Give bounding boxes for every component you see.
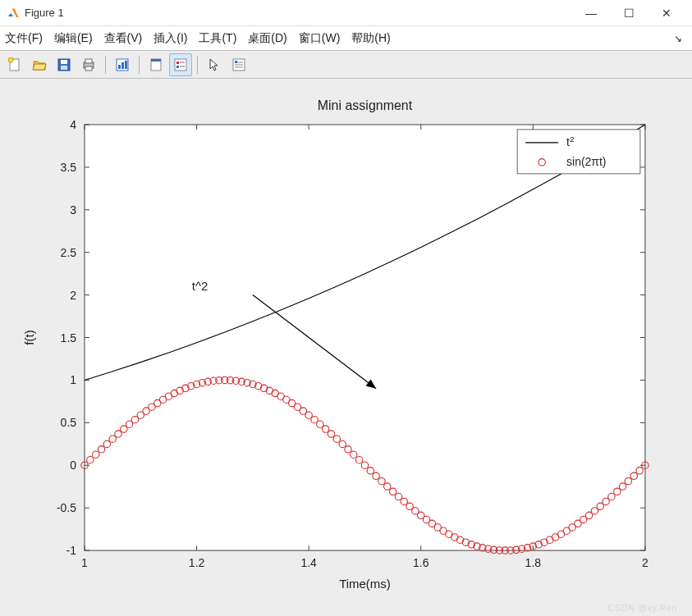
svg-rect-12 [125,61,127,69]
legend-entry-1: sin(2πt) [566,155,606,168]
menu-view[interactable]: 查看(V) [104,31,143,46]
svg-rect-16 [176,62,179,64]
properties-button[interactable] [227,53,250,76]
toolbar [0,51,692,79]
window-controls: — ☐ ✕ [572,0,685,26]
plot-svg: 11.21.41.61.82-1-0.500.511.522.533.54Min… [13,92,679,600]
annotation-text: t^2 [192,279,209,293]
x-tick-label: 1 [81,556,88,569]
menu-window[interactable]: 窗口(W) [299,31,341,46]
menu-overflow-icon[interactable]: ↘ [674,33,682,44]
minimize-button[interactable]: — [572,0,610,26]
menu-edit[interactable]: 编辑(E) [54,31,93,46]
svg-rect-4 [61,60,67,64]
matlab-icon [7,7,20,20]
x-tick-label: 1.8 [525,556,542,569]
y-tick-label: 0.5 [61,416,77,429]
insert-legend-button[interactable] [169,53,192,76]
y-tick-label: 4 [70,118,76,131]
axes[interactable]: 11.21.41.61.82-1-0.500.511.522.533.54Min… [13,92,679,600]
x-tick-label: 1.2 [189,556,205,569]
y-tick-label: 1.5 [61,331,77,345]
svg-rect-5 [61,66,67,70]
svg-rect-15 [175,59,186,71]
toolbar-separator [105,56,106,74]
toolbar-separator [139,56,140,74]
y-tick-label: 1 [70,373,76,386]
svg-rect-11 [121,62,124,69]
titlebar: Figure 1 — ☐ ✕ [0,0,692,26]
menu-tools[interactable]: 工具(T) [199,31,236,46]
x-tick-label: 2 [642,556,648,569]
save-button[interactable] [53,53,76,76]
menu-desktop[interactable]: 桌面(D) [248,31,286,46]
y-tick-label: 2.5 [61,246,77,259]
print-button[interactable] [77,53,100,76]
y-tick-label: 3.5 [61,161,77,174]
close-button[interactable]: ✕ [648,0,685,26]
y-tick-label: -1 [66,544,77,557]
svg-rect-7 [85,59,92,63]
chart-title: Mini assignment [318,98,413,112]
svg-rect-10 [118,65,121,69]
open-button[interactable] [28,53,51,76]
svg-rect-17 [176,66,179,68]
y-tick-label: 0 [70,459,76,472]
svg-point-2 [8,57,13,62]
menu-help[interactable]: 帮助(H) [351,31,390,46]
y-tick-label: 2 [70,289,76,302]
y-axis-label: f(t) [22,330,36,345]
window-title: Figure 1 [25,7,572,19]
cursor-button[interactable] [203,53,226,76]
toolbar-separator [197,56,198,74]
watermark: CSDN @xy.Ren [607,603,677,613]
menu-file[interactable]: 文件(F) [5,31,43,46]
x-axis-label: Time(ms) [339,577,391,591]
link-button[interactable] [144,53,167,76]
new-figure-button[interactable] [3,53,26,76]
svg-rect-8 [85,66,92,71]
x-tick-label: 1.6 [413,556,429,569]
maximize-button[interactable]: ☐ [610,0,648,26]
menu-insert[interactable]: 插入(I) [154,31,187,46]
svg-rect-14 [151,59,161,62]
x-tick-label: 1.4 [300,556,317,569]
edit-plot-button[interactable] [111,53,134,76]
y-tick-label: -0.5 [57,501,76,514]
figure-canvas: 11.21.41.61.82-1-0.500.511.522.533.54Min… [0,79,692,616]
plot-area [85,125,645,550]
y-tick-label: 3 [70,203,76,217]
menubar: 文件(F) 编辑(E) 查看(V) 插入(I) 工具(T) 桌面(D) 窗口(W… [0,26,692,51]
svg-rect-24 [235,61,237,63]
